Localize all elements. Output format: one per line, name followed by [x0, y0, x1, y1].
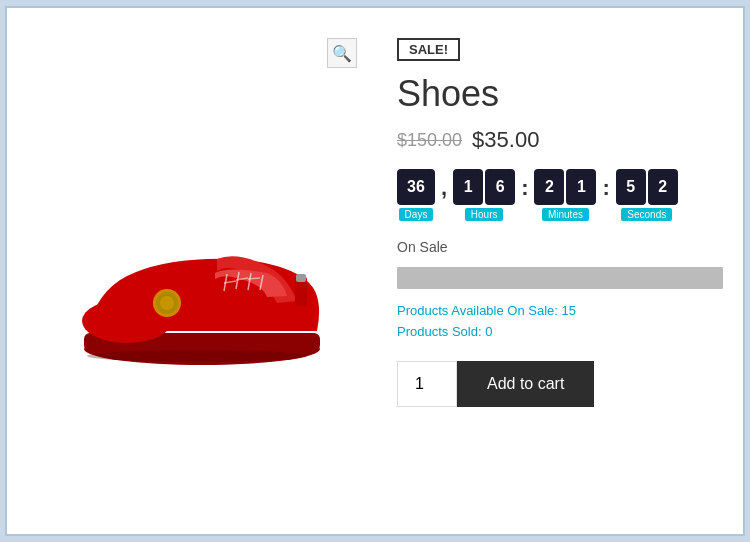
hours-digit-1: 1	[453, 169, 483, 205]
product-card: 🔍	[5, 6, 745, 536]
progress-bar-container	[397, 267, 723, 289]
zoom-button[interactable]: 🔍	[327, 38, 357, 68]
svg-line-9	[248, 278, 260, 279]
sale-badge: SALE!	[397, 38, 460, 61]
available-count: Products Available On Sale: 15	[397, 301, 723, 322]
hours-label: Hours	[465, 208, 504, 221]
countdown-hours: 1 6 Hours	[453, 169, 515, 221]
svg-rect-11	[296, 274, 306, 282]
countdown-days: 36 Days	[397, 169, 435, 221]
product-image	[47, 161, 347, 381]
sale-price: $35.00	[472, 127, 539, 153]
hours-digit-2: 6	[485, 169, 515, 205]
seconds-digit-1: 5	[616, 169, 646, 205]
seconds-label: Seconds	[621, 208, 672, 221]
minutes-digit-1: 2	[534, 169, 564, 205]
quantity-input[interactable]	[397, 361, 457, 407]
sold-count: Products Sold: 0	[397, 322, 723, 343]
shoe-svg	[47, 171, 347, 371]
image-section: 🔍	[27, 28, 367, 514]
original-price: $150.00	[397, 130, 462, 151]
minutes-digit-2: 1	[566, 169, 596, 205]
stock-info: Products Available On Sale: 15 Products …	[397, 301, 723, 343]
minutes-label: Minutes	[542, 208, 589, 221]
price-section: $150.00 $35.00	[397, 127, 723, 153]
product-title: Shoes	[397, 73, 723, 115]
countdown-minutes: 2 1 Minutes	[534, 169, 596, 221]
seconds-digit-2: 2	[648, 169, 678, 205]
svg-point-14	[160, 296, 174, 310]
on-sale-label: On Sale	[397, 239, 723, 255]
days-label: Days	[399, 208, 434, 221]
colon-1: ,	[441, 175, 447, 201]
days-digit: 36	[397, 169, 435, 205]
svg-point-15	[87, 350, 307, 362]
countdown-timer: 36 Days , 1 6 Hours : 2 1 Minutes	[397, 169, 723, 221]
product-section: SALE! Shoes $150.00 $35.00 36 Days , 1 6	[397, 28, 723, 514]
add-to-cart-button[interactable]: Add to cart	[457, 361, 594, 407]
countdown-seconds: 5 2 Seconds	[616, 169, 678, 221]
colon-2: :	[521, 175, 528, 201]
colon-3: :	[602, 175, 609, 201]
add-to-cart-section: Add to cart	[397, 361, 723, 407]
zoom-icon: 🔍	[332, 44, 352, 63]
progress-bar-fill	[397, 267, 723, 289]
